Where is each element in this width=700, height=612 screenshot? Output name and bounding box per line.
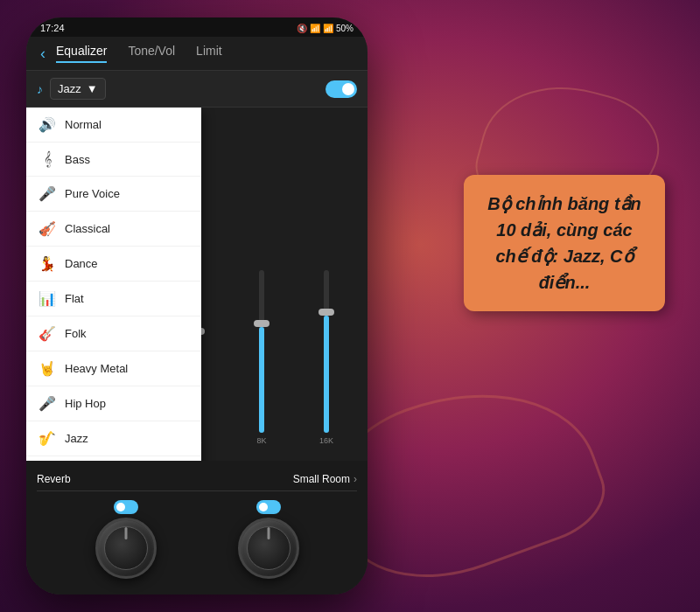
- nav-bar: ‹ Equalizer Tone/Vol Limit: [26, 37, 368, 71]
- preset-dropdown-menu: 🔊 Normal 𝄞 Bass 🎤 Pure Voice 🎻 Classical…: [26, 108, 201, 461]
- reverb-row: Reverb Small Room ›: [37, 468, 357, 491]
- dance-icon: 💃: [38, 255, 56, 272]
- nav-tabs: Equalizer Tone/Vol Limit: [56, 44, 354, 63]
- dropdown-item-purevoice[interactable]: 🎤 Pure Voice: [26, 177, 201, 212]
- slider-fill-16k: [324, 316, 329, 433]
- preset-music-icon: ♪: [37, 82, 43, 96]
- dropdown-item-hiphop[interactable]: 🎤 Hip Hop: [26, 386, 201, 421]
- phone-frame: 17:24 🔇 📶 📶 50% ‹ Equalizer Tone/Vol Lim…: [26, 17, 368, 595]
- dropdown-item-bass[interactable]: 𝄞 Bass: [26, 143, 201, 177]
- annotation-text: Bộ chỉnh băng tần 10 dải, cùng các chế đ…: [481, 191, 648, 296]
- knob-right[interactable]: [238, 518, 299, 579]
- tab-tone-vol[interactable]: Tone/Vol: [128, 44, 175, 63]
- classical-icon: 🎻: [38, 220, 56, 237]
- slider-thumb-16k[interactable]: [318, 309, 334, 316]
- purevoice-icon: 🎤: [38, 185, 56, 202]
- knob-toggle-right[interactable]: [256, 500, 281, 514]
- tab-equalizer[interactable]: Equalizer: [56, 44, 107, 63]
- dropdown-item-normal[interactable]: 🔊 Normal: [26, 108, 201, 143]
- bass-label: Bass: [65, 153, 90, 166]
- dropdown-item-pop[interactable]: 🎵 Pop: [26, 456, 201, 461]
- dropdown-item-folk[interactable]: 🎸 Folk: [26, 316, 201, 351]
- main-area: 🔊 Normal 𝄞 Bass 🎤 Pure Voice 🎻 Classical…: [26, 108, 368, 461]
- normal-label: Normal: [65, 118, 102, 131]
- jazz-icon: 🎷: [38, 430, 56, 447]
- knob-left[interactable]: [95, 518, 157, 579]
- eq-band-8k: 8K: [231, 270, 292, 445]
- annotation-box: Bộ chỉnh băng tần 10 dải, cùng các chế đ…: [464, 175, 665, 311]
- dropdown-item-jazz[interactable]: 🎷 Jazz: [26, 421, 201, 456]
- dropdown-item-dance[interactable]: 💃 Dance: [26, 247, 201, 282]
- classical-label: Classical: [65, 222, 110, 235]
- flat-label: Flat: [65, 292, 84, 305]
- normal-icon: 🔊: [38, 116, 56, 133]
- bottom-section: Reverb Small Room ›: [26, 461, 368, 595]
- slider-track-16k[interactable]: [324, 270, 329, 433]
- reverb-chevron-icon: ›: [354, 473, 357, 485]
- eq-toggle[interactable]: [326, 80, 357, 98]
- tab-limit[interactable]: Limit: [196, 44, 222, 63]
- flat-icon: 📊: [38, 290, 56, 307]
- signal-icon: 📶: [323, 24, 333, 33]
- status-time: 17:24: [40, 23, 65, 33]
- eq-band-16k: 16K: [296, 270, 357, 445]
- battery-icon: 50%: [336, 24, 354, 33]
- hiphop-label: Hip Hop: [65, 397, 106, 410]
- folk-label: Folk: [65, 327, 87, 340]
- preset-bar: ♪ Jazz ▼: [26, 71, 368, 108]
- heavymetal-icon: 🤘: [38, 360, 56, 377]
- reverb-value[interactable]: Small Room ›: [293, 473, 357, 485]
- reverb-label: Reverb: [37, 473, 71, 485]
- dropdown-arrow-icon: ▼: [87, 82, 98, 95]
- status-bar: 17:24 🔇 📶 📶 50%: [26, 17, 368, 37]
- dance-label: Dance: [65, 257, 98, 270]
- band-label-8k: 8K: [256, 436, 266, 445]
- folk-icon: 🎸: [38, 325, 56, 342]
- knob-container-left: [95, 500, 157, 579]
- bass-icon: 𝄞: [38, 151, 56, 167]
- preset-dropdown[interactable]: Jazz ▼: [50, 78, 106, 100]
- knob-inner-right: [247, 526, 290, 570]
- band-label-16k: 16K: [319, 436, 333, 445]
- knob-container-right: [238, 500, 299, 579]
- purevoice-label: Pure Voice: [65, 187, 120, 200]
- dropdown-item-heavymetal[interactable]: 🤘 Heavy Metal: [26, 351, 201, 386]
- knobs-row: [37, 491, 357, 588]
- status-icons: 🔇 📶 📶 50%: [297, 24, 354, 33]
- jazz-label: Jazz: [65, 432, 88, 445]
- slider-fill-8k: [259, 327, 264, 433]
- wifi-icon: 📶: [310, 24, 320, 33]
- hiphop-icon: 🎤: [38, 395, 56, 412]
- preset-selected-value: Jazz: [58, 82, 81, 95]
- app-content: ♪ Jazz ▼ 🔊 Normal 𝄞 Bass 🎤: [26, 71, 368, 595]
- back-button[interactable]: ‹: [40, 45, 46, 63]
- heavymetal-label: Heavy Metal: [65, 362, 128, 375]
- mute-icon: 🔇: [297, 24, 307, 33]
- dropdown-item-flat[interactable]: 📊 Flat: [26, 282, 201, 316]
- knob-toggle-left[interactable]: [114, 500, 138, 514]
- dropdown-item-classical[interactable]: 🎻 Classical: [26, 212, 201, 247]
- slider-thumb-8k[interactable]: [254, 320, 270, 327]
- reverb-selected: Small Room: [293, 473, 350, 485]
- slider-track-8k[interactable]: [259, 270, 264, 433]
- knob-inner-left: [104, 526, 148, 570]
